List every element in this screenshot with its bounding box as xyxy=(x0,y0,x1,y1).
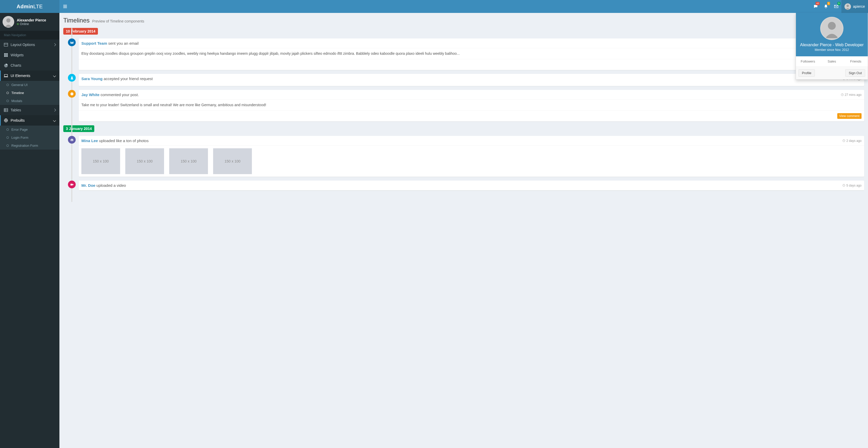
photo-placeholder[interactable]: 150 x 100 xyxy=(125,148,164,174)
timeline-body: Take me to your leader! Switzerland is s… xyxy=(79,100,864,110)
table-icon xyxy=(4,108,8,112)
layout-icon xyxy=(4,42,8,47)
messages-button[interactable]: 42 xyxy=(810,0,821,13)
camera-icon xyxy=(68,136,76,144)
dropdown-user-title: Alexander Pierce - Web Developer xyxy=(799,42,865,47)
piechart-icon xyxy=(4,63,8,67)
chevron-left-icon xyxy=(53,43,56,46)
user-link[interactable]: Jay White xyxy=(82,92,99,97)
timeline-date-label: 3 January 2014 xyxy=(63,125,864,132)
chevron-down-icon xyxy=(53,119,56,122)
sidebar-user-name: Alexander Pierce xyxy=(17,18,46,22)
timeline-time: 2 days ago xyxy=(842,139,862,143)
laptop-icon xyxy=(4,73,8,78)
sidebar-item-error-page[interactable]: Error Page xyxy=(0,125,59,133)
sidebar-item-general-ui[interactable]: General UI xyxy=(0,81,59,89)
user-dropdown: Alexander Pierce - Web Developer Member … xyxy=(796,13,868,80)
sidebar-item-ui-elements[interactable]: UI Elements xyxy=(0,70,59,81)
circle-icon xyxy=(6,92,9,94)
circle-icon xyxy=(6,137,9,139)
sidebar-item-modals[interactable]: Modals xyxy=(0,97,59,105)
timeline-header: Sara Young accepted your friend request xyxy=(82,77,153,81)
sidebar-user-panel: Alexander Pierce Online xyxy=(0,13,59,31)
grid-icon xyxy=(4,53,8,57)
user-link[interactable]: Mina Lee xyxy=(82,139,98,143)
photo-placeholder[interactable]: 150 x 100 xyxy=(169,148,208,174)
user-icon xyxy=(68,74,76,82)
sidebar-toggle-button[interactable] xyxy=(59,0,71,13)
circle-icon xyxy=(6,144,9,147)
user-link[interactable]: Support Team xyxy=(82,41,107,46)
page-title: Timelines Preview of Timeline components xyxy=(63,17,864,24)
sidebar-user-status[interactable]: Online xyxy=(17,22,46,26)
dropdown-user-subtitle: Member since Nov. 2012 xyxy=(799,48,865,52)
photo-placeholder[interactable]: 150 x 100 xyxy=(82,148,120,174)
chevron-left-icon xyxy=(53,109,56,111)
mail-button[interactable]: 5 xyxy=(831,0,841,13)
timeline-header: Mr. Doe uploaded a video xyxy=(82,183,126,187)
sidebar-item-widgets[interactable]: Widgets xyxy=(0,50,59,60)
notifications-badge: 5 xyxy=(827,2,830,5)
dropdown-avatar xyxy=(820,17,843,40)
sidebar-item-login-form[interactable]: Login Form xyxy=(0,133,59,142)
status-dot-icon xyxy=(17,23,19,25)
clock-icon xyxy=(842,139,845,142)
followers-link[interactable]: Followers xyxy=(796,56,820,66)
user-link[interactable]: Mr. Doe xyxy=(82,183,95,187)
clock-icon xyxy=(842,184,845,187)
video-icon xyxy=(68,181,76,188)
comment-icon xyxy=(68,90,76,98)
brand-logo[interactable]: AdminLTE xyxy=(0,0,59,13)
sidebar-item-charts[interactable]: Charts xyxy=(0,60,59,70)
sidebar-item-timeline[interactable]: Timeline xyxy=(0,89,59,97)
chevron-down-icon xyxy=(53,74,56,77)
circle-icon xyxy=(6,128,9,131)
signout-button[interactable]: Sign Out xyxy=(845,69,865,77)
profile-button[interactable]: Profile xyxy=(799,69,815,77)
photo-placeholder[interactable]: 150 x 100 xyxy=(213,148,252,174)
timeline-time: 27 mins ago xyxy=(841,93,862,97)
sidebar-item-layout-options[interactable]: Layout Options xyxy=(0,39,59,50)
sidebar-item-tables[interactable]: Tables xyxy=(0,105,59,115)
user-link[interactable]: Sara Young xyxy=(82,77,102,81)
notifications-button[interactable]: 5 xyxy=(821,0,831,13)
page-subtitle: Preview of Timeline components xyxy=(92,19,145,23)
bars-icon xyxy=(63,5,67,8)
user-menu-button[interactable]: apierce xyxy=(841,0,868,13)
timeline-header: Jay White commented your post. xyxy=(82,92,139,97)
sidebar-item-registration-form[interactable]: Registration Form xyxy=(0,142,59,150)
circle-icon xyxy=(6,100,9,102)
circle-icon xyxy=(6,84,9,86)
sidebar-item-prebuilts[interactable]: Prebuilts xyxy=(0,115,59,125)
timeline-date-label: 10 February 2014 xyxy=(63,28,864,35)
envelope-icon xyxy=(68,38,76,46)
avatar xyxy=(844,3,851,10)
sales-link[interactable]: Sales xyxy=(820,56,844,66)
timeline-header: Mina Lee uploaded like a ton of photos xyxy=(82,139,149,143)
view-comment-button[interactable]: View comment xyxy=(837,113,862,119)
lifebuoy-icon xyxy=(4,118,8,122)
messages-badge: 42 xyxy=(815,2,820,5)
sidebar-heading: Main Navigation xyxy=(0,31,59,39)
username-label: apierce xyxy=(853,4,865,8)
photo-strip: 150 x 100 150 x 100 150 x 100 150 x 100 xyxy=(79,146,864,177)
friends-link[interactable]: Friends xyxy=(844,56,868,66)
timeline-header: Support Team sent you an email xyxy=(82,41,138,46)
avatar xyxy=(3,16,14,28)
timeline-time: 5 days ago xyxy=(842,184,862,187)
clock-icon xyxy=(841,93,844,96)
timeline-body: Etsy doostang zoodles disqus groupon gre… xyxy=(79,48,864,59)
mail-badge: 5 xyxy=(838,2,840,5)
